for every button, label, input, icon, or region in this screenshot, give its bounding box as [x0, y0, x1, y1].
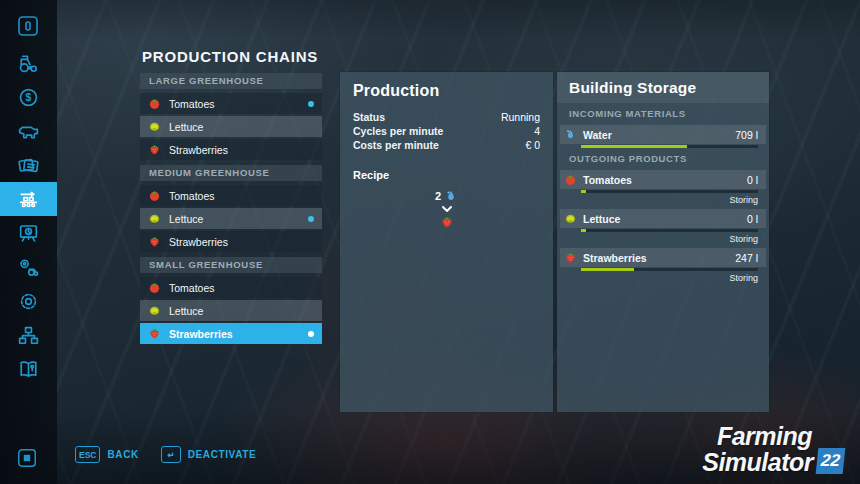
logo-line1: Farming	[717, 425, 812, 448]
production-panel-title: Production	[353, 82, 540, 100]
storage-item-label: Water	[583, 129, 735, 141]
production-costs-row: Costs per minute € 0	[353, 138, 540, 152]
logo-22-badge: 22	[816, 448, 846, 474]
back-label: BACK	[107, 449, 138, 460]
status-value: Running	[501, 110, 540, 124]
contracts-icon	[16, 153, 41, 178]
storage-row-band: Water 709 l	[560, 125, 766, 144]
finances-icon: $	[16, 85, 41, 110]
footer-hints: ESC BACK ↵ DEACTIVATE	[75, 446, 256, 463]
list-item-label: Lettuce	[169, 121, 314, 133]
storage-item-label: Lettuce	[583, 213, 747, 225]
lettuce-icon	[148, 212, 161, 225]
sidebar-tab-contracts[interactable]	[0, 148, 57, 182]
deactivate-button[interactable]: ↵ DEACTIVATE	[161, 446, 256, 463]
recipe-input-quantity: 2	[435, 190, 441, 202]
tomato-icon	[148, 97, 161, 110]
tomato-icon	[564, 173, 577, 186]
storage-status: Storing	[560, 193, 766, 207]
storage-item-amount: 709 l	[735, 129, 758, 141]
building-storage-panel: Building Storage INCOMING MATERIALS Wate…	[557, 72, 769, 412]
svg-text:$: $	[26, 92, 32, 103]
back-button[interactable]: ESC BACK	[75, 446, 139, 463]
list-item-small-strawberries-selected[interactable]: Strawberries	[140, 323, 322, 344]
sidebar-tab-animals[interactable]	[0, 114, 57, 148]
storage-fill-bar	[581, 145, 758, 148]
sidebar-tab-vehicles[interactable]	[0, 46, 57, 80]
list-item-medium-strawberries[interactable]: Strawberries	[140, 231, 322, 252]
esc-key-badge: ESC	[75, 446, 100, 463]
production-cycles-row: Cycles per minute 4	[353, 124, 540, 138]
list-item-label: Strawberries	[169, 328, 308, 340]
costs-value: € 0	[525, 138, 540, 152]
menu-sidebar: $	[0, 0, 57, 484]
storage-row-band: Lettuce 0 l	[560, 209, 766, 228]
storage-item-amount: 0 l	[747, 174, 758, 186]
water-drop-icon	[444, 189, 458, 203]
sidebar-tab-settings[interactable]	[0, 284, 57, 318]
costs-label: Costs per minute	[353, 138, 439, 152]
logo-line2: Simulator	[702, 450, 813, 474]
list-item-label: Lettuce	[169, 305, 314, 317]
production-panel: Production Status Running Cycles per min…	[340, 72, 553, 412]
storage-item-label: Tomatoes	[583, 174, 747, 186]
deactivate-label: DEACTIVATE	[188, 449, 256, 460]
sidebar-tab-statistics[interactable]	[0, 216, 57, 250]
page-nav-key-badge-bottom	[16, 447, 38, 469]
strawberry-icon	[564, 251, 577, 264]
storage-item-amount: 0 l	[747, 213, 758, 225]
production-chains-screen: $	[0, 0, 860, 484]
list-item-label: Tomatoes	[169, 190, 314, 202]
sidebar-tab-finances[interactable]: $	[0, 80, 57, 114]
storage-fill-bar	[581, 229, 758, 232]
list-item-large-lettuce[interactable]: Lettuce	[140, 116, 322, 137]
statistics-icon	[16, 221, 41, 246]
list-item-medium-tomatoes[interactable]: Tomatoes	[140, 185, 322, 206]
sidebar-tab-garage[interactable]	[0, 250, 57, 284]
gear-icon	[16, 289, 41, 314]
farming-simulator-22-logo: Farming Simulator 22	[702, 425, 844, 474]
lettuce-icon	[148, 120, 161, 133]
list-item-small-tomatoes[interactable]: Tomatoes	[140, 277, 322, 298]
lettuce-icon	[148, 304, 161, 317]
storage-row-lettuce: Lettuce 0 l Storing	[560, 209, 766, 246]
section-header-small-greenhouse: SMALL GREENHOUSE	[140, 257, 322, 273]
cycles-value: 4	[534, 124, 540, 138]
list-item-large-tomatoes[interactable]: Tomatoes	[140, 93, 322, 114]
relations-icon	[16, 323, 41, 348]
cycles-label: Cycles per minute	[353, 124, 443, 138]
section-header-medium-greenhouse: MEDIUM GREENHOUSE	[140, 165, 322, 181]
incoming-materials-header: INCOMING MATERIALS	[557, 106, 769, 121]
storage-title-band: Building Storage	[557, 72, 769, 103]
sidebar-tab-help[interactable]	[0, 352, 57, 386]
storage-fill-bar	[581, 190, 758, 193]
active-production-dot	[308, 216, 314, 222]
strawberry-icon	[148, 235, 161, 248]
storage-panel-title: Building Storage	[569, 79, 696, 96]
recipe-input: 2	[435, 189, 458, 203]
tractor-icon	[16, 51, 41, 76]
list-item-medium-lettuce[interactable]: Lettuce	[140, 208, 322, 229]
section-header-large-greenhouse: LARGE GREENHOUSE	[140, 73, 322, 89]
page-title: PRODUCTION CHAINS	[142, 48, 318, 65]
list-item-label: Lettuce	[169, 213, 308, 225]
garage-icon	[16, 255, 41, 280]
list-item-large-strawberries[interactable]: Strawberries	[140, 139, 322, 160]
lettuce-icon	[564, 212, 577, 225]
storage-row-water: Water 709 l	[560, 125, 766, 148]
strawberry-icon	[440, 215, 454, 229]
storage-row-strawberries: Strawberries 247 l Storing	[560, 248, 766, 285]
status-label: Status	[353, 110, 385, 124]
list-item-label: Strawberries	[169, 236, 314, 248]
storage-status: Storing	[560, 271, 766, 285]
storage-item-amount: 247 l	[735, 252, 758, 264]
sidebar-tab-production-chains[interactable]	[0, 182, 57, 216]
list-item-small-lettuce[interactable]: Lettuce	[140, 300, 322, 321]
page-nav-key-badge-top	[16, 14, 40, 38]
list-item-label: Strawberries	[169, 144, 314, 156]
strawberry-icon	[148, 143, 161, 156]
enter-key-badge: ↵	[161, 446, 181, 463]
strawberry-icon	[148, 327, 161, 340]
sidebar-tab-relations[interactable]	[0, 318, 57, 352]
storage-row-band: Strawberries 247 l	[560, 248, 766, 267]
